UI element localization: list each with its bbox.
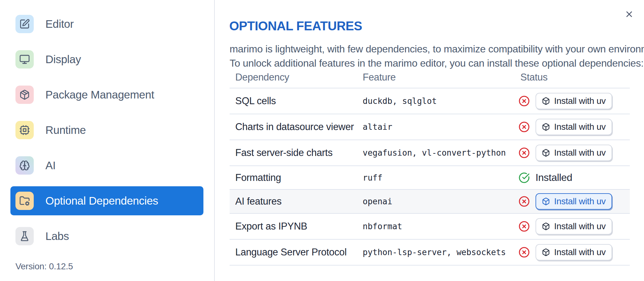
install-with-uv-button[interactable]: Install with uv: [536, 244, 612, 260]
table-row: AI features openai Install with uv: [230, 190, 630, 214]
column-header-status: Status: [515, 72, 630, 83]
settings-sidebar: Editor Display Package Management Runtim…: [0, 0, 215, 281]
install-button-label: Install with uv: [554, 196, 606, 206]
sidebar-item-optional-dependencies[interactable]: Optional Dependencies: [10, 186, 203, 215]
dependency-name: Export as IPYNB: [230, 221, 357, 232]
table-row: Export as IPYNB nbformat Install with uv: [230, 214, 630, 240]
feature-packages: nbformat: [357, 222, 515, 231]
install-with-uv-button[interactable]: Install with uv: [536, 119, 612, 135]
description: marimo is lightweight, with few dependen…: [230, 42, 644, 70]
status-cell: Install with uv: [515, 119, 630, 135]
table-row: Language Server Protocol python-lsp-serv…: [230, 240, 630, 266]
sidebar-item-label: Display: [45, 53, 81, 66]
install-button-label: Install with uv: [554, 96, 606, 106]
dependency-name: Fast server-side charts: [230, 147, 357, 158]
install-button-label: Install with uv: [554, 221, 606, 231]
app-version: Version: 0.12.5: [15, 261, 73, 272]
box-icon: [542, 248, 550, 256]
sidebar-item-runtime[interactable]: Runtime: [10, 116, 203, 145]
table-row: Charts in datasource viewer altair Insta…: [230, 114, 630, 140]
column-header-dependency: Dependency: [230, 72, 357, 83]
sidebar-item-label: Package Management: [45, 88, 154, 101]
install-button-label: Install with uv: [554, 247, 606, 257]
status-cell: Install with uv: [515, 145, 630, 161]
install-with-uv-button-focused[interactable]: Install with uv: [536, 193, 612, 210]
status-cell: Install with uv: [515, 93, 630, 109]
status-cell: Installed: [515, 172, 630, 183]
table-header-row: Dependency Feature Status: [230, 67, 630, 88]
sidebar-item-package-management[interactable]: Package Management: [10, 80, 203, 109]
feature-packages: openai: [357, 197, 515, 206]
not-installed-icon: [518, 221, 530, 232]
dependency-name: AI features: [230, 196, 357, 207]
not-installed-icon: [518, 147, 530, 158]
status-cell: Install with uv: [515, 244, 630, 260]
cpu-icon: [15, 121, 34, 139]
box-icon: [542, 149, 550, 157]
table-row: Formatting ruff Installed: [230, 166, 630, 190]
sidebar-item-label: Runtime: [45, 124, 86, 136]
install-with-uv-button[interactable]: Install with uv: [536, 218, 612, 235]
page-title: OPTIONAL FEATURES: [229, 19, 362, 33]
box-icon: [542, 123, 550, 131]
sidebar-item-display[interactable]: Display: [10, 45, 203, 74]
sidebar-item-ai[interactable]: AI: [10, 151, 203, 180]
sidebar-item-label: Editor: [45, 18, 74, 30]
not-installed-icon: [518, 196, 530, 207]
square-pen-icon: [15, 15, 34, 33]
install-button-label: Install with uv: [554, 148, 606, 158]
not-installed-icon: [518, 95, 530, 107]
box-icon: [542, 197, 550, 206]
sidebar-item-editor[interactable]: Editor: [10, 9, 203, 39]
dependencies-table: Dependency Feature Status SQL cells duck…: [230, 67, 630, 266]
sidebar-item-label: Labs: [45, 230, 69, 242]
table-row: Fast server-side charts vegafusion, vl-c…: [230, 140, 630, 166]
dependency-name: SQL cells: [230, 95, 357, 107]
not-installed-icon: [518, 121, 530, 133]
x-icon: [624, 9, 634, 19]
install-with-uv-button[interactable]: Install with uv: [536, 145, 612, 161]
install-with-uv-button[interactable]: Install with uv: [536, 93, 612, 109]
feature-packages: altair: [357, 122, 515, 132]
brain-icon: [15, 156, 34, 175]
feature-packages: duckdb, sqlglot: [357, 96, 515, 106]
folder-cog-icon: [15, 192, 34, 210]
box-icon: [542, 97, 550, 105]
dependency-name: Language Server Protocol: [230, 247, 357, 258]
status-cell: Install with uv: [515, 218, 630, 235]
feature-packages: vegafusion, vl-convert-python: [357, 148, 515, 158]
table-row: SQL cells duckdb, sqlglot Install with u…: [230, 88, 630, 114]
feature-packages: ruff: [357, 173, 515, 182]
dependency-name: Formatting: [230, 172, 357, 183]
monitor-icon: [15, 50, 34, 69]
sidebar-item-labs[interactable]: Labs: [10, 222, 203, 251]
feature-packages: python-lsp-server, websockets: [357, 248, 515, 257]
installed-status-label: Installed: [536, 172, 572, 183]
sidebar-item-label: Optional Dependencies: [45, 194, 158, 207]
column-header-feature: Feature: [357, 72, 515, 83]
box-icon: [542, 222, 550, 230]
sidebar-item-label: AI: [45, 159, 56, 172]
package-icon: [15, 86, 34, 104]
install-button-label: Install with uv: [554, 122, 606, 132]
dependency-name: Charts in datasource viewer: [230, 121, 357, 133]
flask-icon: [15, 227, 34, 245]
installed-check-icon: [518, 172, 530, 183]
status-cell: Install with uv: [515, 193, 630, 210]
not-installed-icon: [518, 247, 530, 258]
close-button[interactable]: [624, 9, 635, 20]
optional-features-panel: OPTIONAL FEATURES marimo is lightweight,…: [215, 0, 644, 281]
